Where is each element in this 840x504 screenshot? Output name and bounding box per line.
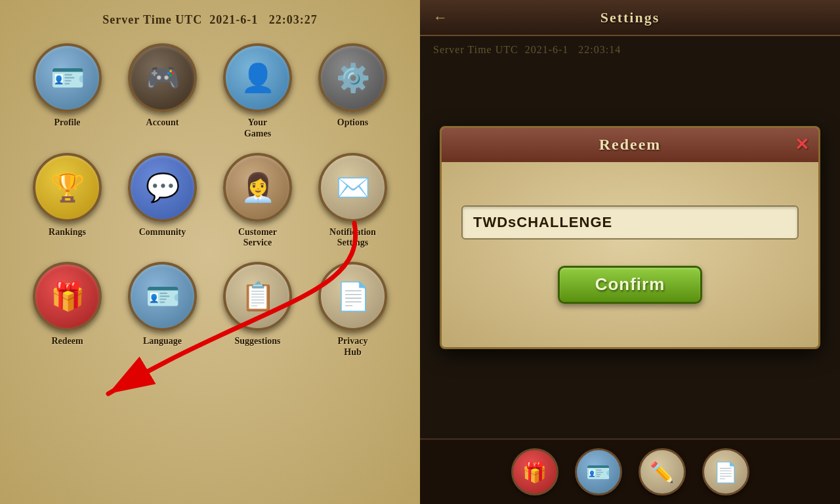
back-button[interactable]: ←	[433, 9, 448, 26]
community-label: Community	[139, 227, 186, 238]
suggestions-label: Suggestions	[234, 336, 280, 347]
grid-item-profile[interactable]: 🪪Profile	[25, 43, 110, 140]
language-label: Language	[143, 336, 182, 347]
modal-overlay: Redeem ✕ Confirm	[420, 36, 840, 438]
grid-item-customer[interactable]: 👩‍💼CustomerService	[215, 153, 301, 249]
bottom-icon-language[interactable]: 🪪	[575, 448, 622, 495]
rankings-label: Rankings	[49, 227, 86, 238]
grid-item-suggestions[interactable]: 📋Suggestions	[215, 262, 301, 358]
options-icon: ⚙️	[318, 43, 387, 112]
options-label: Options	[337, 117, 368, 129]
yourgames-icon: 👤	[223, 43, 292, 112]
customer-icon: 👩‍💼	[223, 153, 292, 222]
confirm-button[interactable]: Confirm	[558, 266, 702, 304]
language-icon: 🪪	[128, 262, 197, 331]
settings-grid: 🪪Profile🎮Account👤YourGames⚙️Options🏆Rank…	[25, 43, 396, 358]
grid-item-redeem[interactable]: 🎁Redeem	[25, 262, 110, 358]
grid-item-community[interactable]: 💬Community	[120, 153, 205, 249]
settings-title: Settings	[600, 9, 660, 26]
account-label: Account	[146, 117, 179, 129]
redeem-modal: Redeem ✕ Confirm	[440, 126, 820, 349]
bottom-icon-privacy[interactable]: 📄	[702, 448, 749, 495]
profile-label: Profile	[54, 117, 80, 129]
grid-item-account[interactable]: 🎮Account	[120, 43, 205, 140]
notification-label: NotificationSettings	[329, 227, 376, 249]
modal-body: Confirm	[442, 162, 818, 347]
bottom-icon-redeem[interactable]: 🎁	[511, 448, 558, 495]
bottom-bar: 🎁🪪✏️📄	[420, 438, 840, 504]
left-panel: Server Time UTC 2021-6-1 22:03:27 🪪Profi…	[0, 0, 420, 504]
grid-item-language[interactable]: 🪪Language	[120, 262, 205, 358]
privacy-icon: 📄	[318, 262, 387, 331]
community-icon: 💬	[128, 153, 197, 222]
customer-label: CustomerService	[238, 227, 277, 249]
rankings-icon: 🏆	[33, 153, 102, 222]
account-icon: 🎮	[128, 43, 197, 112]
grid-item-privacy[interactable]: 📄PrivacyHub	[310, 262, 396, 358]
right-panel: ← Settings Server Time UTC 2021-6-1 22:0…	[420, 0, 840, 504]
redeem-icon: 🎁	[33, 262, 102, 331]
grid-item-notification[interactable]: ✉️NotificationSettings	[310, 153, 396, 249]
modal-header: Redeem ✕	[442, 128, 818, 162]
modal-close-button[interactable]: ✕	[795, 135, 809, 155]
server-time-left: Server Time UTC 2021-6-1 22:03:27	[102, 13, 318, 27]
privacy-label: PrivacyHub	[338, 336, 368, 358]
notification-icon: ✉️	[318, 153, 387, 222]
yourgames-label: YourGames	[244, 117, 271, 140]
settings-header: ← Settings	[420, 0, 840, 36]
right-content: Server Time UTC 2021-6-1 22:03:14 Redeem…	[420, 36, 840, 438]
suggestions-icon: 📋	[223, 262, 292, 331]
modal-title: Redeem	[599, 136, 662, 154]
grid-item-yourgames[interactable]: 👤YourGames	[215, 43, 301, 140]
grid-item-rankings[interactable]: 🏆Rankings	[25, 153, 110, 249]
grid-item-options[interactable]: ⚙️Options	[310, 43, 396, 140]
profile-icon: 🪪	[33, 43, 102, 112]
bottom-icon-suggestions[interactable]: ✏️	[639, 448, 686, 495]
redeem-label: Redeem	[51, 336, 83, 347]
redeem-code-input[interactable]	[461, 205, 799, 240]
